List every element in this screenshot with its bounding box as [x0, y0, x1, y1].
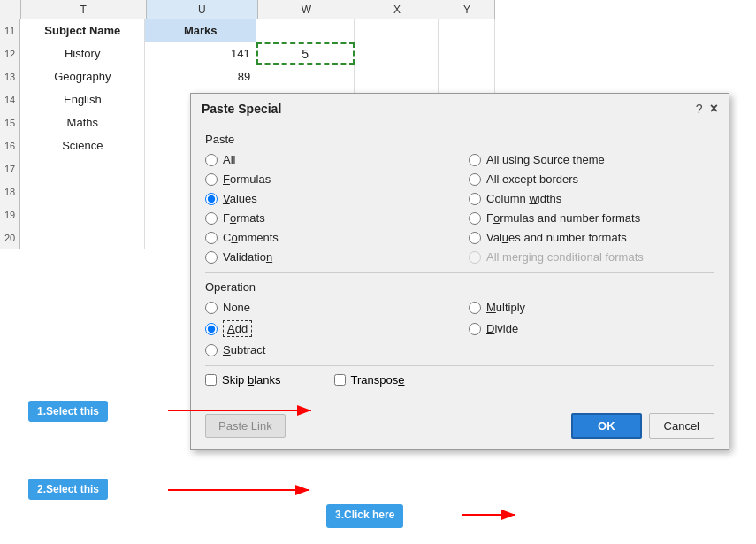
- paste-option-all-merge: All merging conditional formats: [469, 249, 714, 265]
- paste-option-except-borders[interactable]: All except borders: [469, 171, 714, 188]
- cell-T11[interactable]: Subject Name: [20, 19, 145, 42]
- transpose-label: Transpose: [351, 373, 405, 387]
- operation-divide-label: Divide: [486, 322, 518, 335]
- cell-U12[interactable]: 141: [145, 42, 256, 65]
- step1-annotation: 1.Select this: [28, 401, 108, 422]
- operation-add-label: Add: [223, 320, 252, 337]
- dialog-buttons: OK Cancel: [571, 413, 714, 439]
- paste-option-all-source[interactable]: All using Source theme: [469, 151, 714, 168]
- table-row: 11 Subject Name Marks: [0, 19, 495, 42]
- cell-T15[interactable]: Maths: [20, 111, 145, 134]
- paste-comments-label: Comments: [223, 231, 279, 244]
- paste-option-values-num[interactable]: Values and number formats: [469, 229, 714, 246]
- paste-values-label: Values: [223, 192, 257, 205]
- operation-options-grid: None Multiply Add Divide Subtract: [205, 299, 714, 358]
- operation-option-multiply[interactable]: Multiply: [469, 299, 714, 316]
- paste-option-formats[interactable]: Formats: [205, 210, 451, 226]
- dialog-title: Paste Special: [202, 102, 281, 116]
- cell-X12[interactable]: [355, 42, 439, 65]
- col-header-W: W: [258, 0, 355, 19]
- cell-W12[interactable]: 5: [256, 42, 355, 65]
- cell-T14[interactable]: English: [20, 88, 145, 111]
- checkbox-row: Skip blanks Transpose: [205, 373, 714, 387]
- transpose-option[interactable]: Transpose: [334, 373, 405, 387]
- col-header-Y: Y: [439, 0, 495, 19]
- col-header-U: U: [147, 0, 258, 19]
- dialog-body: Paste All All using Source theme Formula…: [191, 124, 729, 408]
- cell-Y13[interactable]: [439, 65, 495, 88]
- operation-multiply-label: Multiply: [486, 301, 525, 314]
- paste-all-merge-label: All merging conditional formats: [486, 250, 644, 264]
- col-header-X: X: [355, 0, 439, 19]
- operation-option-divide[interactable]: Divide: [469, 318, 714, 339]
- section-divider: [205, 272, 714, 273]
- row-num-header: [0, 0, 21, 19]
- paste-all-label: All: [223, 153, 235, 166]
- cancel-button[interactable]: Cancel: [649, 413, 714, 439]
- paste-section-label: Paste: [205, 133, 714, 146]
- close-button[interactable]: ×: [710, 101, 718, 117]
- paste-option-all[interactable]: All: [205, 151, 451, 168]
- cell-T20[interactable]: [20, 226, 145, 249]
- paste-values-num-label: Values and number formats: [486, 231, 627, 244]
- paste-option-comments[interactable]: Comments: [205, 229, 451, 246]
- cell-T17[interactable]: [20, 157, 145, 180]
- paste-formulas-label: Formulas: [223, 172, 271, 186]
- cell-T12[interactable]: History: [20, 42, 145, 65]
- paste-option-formulas-num[interactable]: Formulas and number formats: [469, 210, 714, 226]
- operation-subtract-label: Subtract: [223, 343, 265, 356]
- col-header-T: T: [21, 0, 147, 19]
- cell-Y11[interactable]: [439, 19, 495, 42]
- operation-option-none[interactable]: None: [205, 299, 451, 316]
- operation-option-subtract[interactable]: Subtract: [205, 341, 451, 358]
- dialog-titlebar: Paste Special ? ×: [191, 94, 729, 124]
- table-row: 13 Geography 89: [0, 65, 495, 88]
- operation-none-label: None: [223, 301, 250, 314]
- cell-T13[interactable]: Geography: [20, 65, 145, 88]
- cell-U11[interactable]: Marks: [145, 19, 256, 42]
- paste-validation-label: Validation: [223, 250, 272, 264]
- paste-col-widths-label: Column widths: [486, 192, 561, 205]
- paste-option-validation[interactable]: Validation: [205, 249, 451, 265]
- paste-special-dialog: Paste Special ? × Paste All All using So…: [190, 93, 729, 450]
- cell-X13[interactable]: [355, 65, 439, 88]
- ok-button[interactable]: OK: [571, 413, 642, 439]
- cell-U13[interactable]: 89: [145, 65, 256, 88]
- cell-W13[interactable]: [256, 65, 354, 88]
- paste-except-borders-label: All except borders: [486, 172, 578, 186]
- cell-T19[interactable]: [20, 203, 145, 226]
- skip-blanks-option[interactable]: Skip blanks: [205, 373, 281, 387]
- section-divider-2: [205, 365, 714, 366]
- step2-annotation: 2.Select this: [28, 479, 108, 500]
- operation-option-add[interactable]: Add: [205, 318, 451, 339]
- cell-W11[interactable]: [256, 19, 354, 42]
- cell-Y12[interactable]: [439, 42, 495, 65]
- paste-option-col-widths[interactable]: Column widths: [469, 190, 714, 207]
- step3-annotation: 3.Click here: [326, 504, 403, 528]
- skip-blanks-label: Skip blanks: [222, 373, 281, 387]
- paste-formats-label: Formats: [223, 211, 265, 225]
- dialog-footer: Paste Link OK Cancel: [191, 408, 729, 449]
- help-button[interactable]: ?: [696, 102, 703, 116]
- cell-X11[interactable]: [355, 19, 439, 42]
- table-row: 12 History 141 5: [0, 42, 495, 65]
- paste-link-button[interactable]: Paste Link: [205, 414, 286, 438]
- dialog-controls: ? ×: [696, 101, 718, 117]
- paste-option-values[interactable]: Values: [205, 190, 451, 207]
- paste-options-grid: All All using Source theme Formulas All …: [205, 151, 714, 265]
- paste-option-formulas[interactable]: Formulas: [205, 171, 451, 188]
- paste-all-source-label: All using Source theme: [486, 153, 605, 166]
- paste-formulas-num-label: Formulas and number formats: [486, 211, 640, 225]
- operation-section-label: Operation: [205, 280, 714, 294]
- cell-T18[interactable]: [20, 180, 145, 203]
- cell-T16[interactable]: Science: [20, 134, 145, 157]
